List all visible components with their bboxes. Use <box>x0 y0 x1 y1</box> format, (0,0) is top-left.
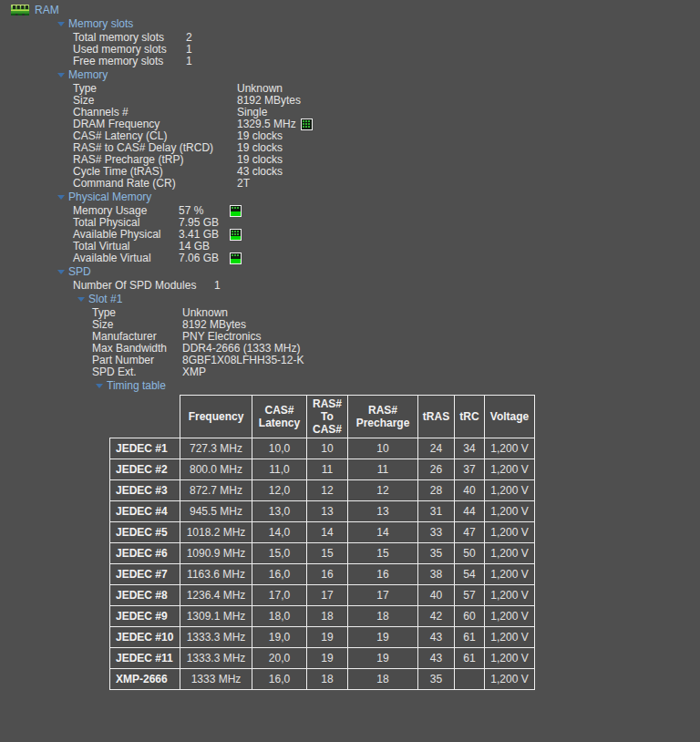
timing-cell: 1,200 V <box>485 438 535 459</box>
timing-row-label: JEDEC #6 <box>110 543 180 564</box>
timing-row: JEDEC #61090.9 MHz15,0151535501,200 V <box>110 543 535 564</box>
section-header-timing-table[interactable]: Timing table <box>0 380 700 392</box>
timing-cell: 47 <box>455 522 485 543</box>
timing-cell: 17,0 <box>252 585 307 606</box>
timing-cell: 16,0 <box>252 564 307 585</box>
timing-cell: 1,200 V <box>485 522 535 543</box>
collapse-arrow-icon[interactable] <box>77 297 85 302</box>
timing-row: JEDEC #4945.5 MHz13,0131331441,200 V <box>110 501 535 522</box>
timing-table: FrequencyCAS# LatencyRAS# To CAS#RAS# Pr… <box>109 395 535 690</box>
ram-icon <box>11 4 29 16</box>
section-label: Memory <box>68 69 108 81</box>
ram-root-node[interactable]: RAM <box>0 3 700 16</box>
timing-cell: 11,0 <box>252 459 307 480</box>
timing-cell: 28 <box>418 480 455 501</box>
timing-cell: 1,200 V <box>485 543 535 564</box>
timing-cell: 18,0 <box>252 606 307 627</box>
timing-row-label: JEDEC #9 <box>110 606 180 627</box>
timing-cell: 18 <box>348 669 418 690</box>
timing-row: JEDEC #101333.3 MHz19,0191943611,200 V <box>110 627 535 648</box>
timing-cell: 1163.6 MHz <box>180 564 252 585</box>
timing-col-header: RAS# To CAS# <box>307 396 348 438</box>
timing-cell: 26 <box>418 459 455 480</box>
timing-col-header: RAS# Precharge <box>348 396 418 438</box>
available-virtual-history-icon[interactable] <box>230 252 242 264</box>
section-label: Physical Memory <box>68 191 151 203</box>
dram-frequency-history-icon[interactable] <box>301 119 313 130</box>
timing-cell: 19 <box>307 648 348 669</box>
timing-cell: 1333 MHz <box>180 669 252 690</box>
collapse-arrow-icon[interactable] <box>96 384 103 388</box>
section-header-physical-memory[interactable]: Physical Memory <box>0 191 700 203</box>
timing-row: JEDEC #3872.7 MHz12,0121228401,200 V <box>110 480 535 501</box>
timing-cell: 12 <box>307 480 348 501</box>
row-value: 1 <box>186 56 192 67</box>
section-header-memory-slots[interactable]: Memory slots <box>0 18 700 30</box>
section-header-spd[interactable]: SPD <box>0 266 700 278</box>
timing-cell: 16 <box>348 564 418 585</box>
available-physical-history-icon[interactable] <box>230 229 242 241</box>
timing-row: JEDEC #51018.2 MHz14,0141433471,200 V <box>110 522 535 543</box>
timing-row: JEDEC #71163.6 MHz16,0161638541,200 V <box>110 564 535 585</box>
timing-cell: 33 <box>418 522 455 543</box>
timing-cell: 19 <box>307 627 348 648</box>
timing-cell: 54 <box>455 564 485 585</box>
memory-usage-history-icon[interactable] <box>230 205 242 217</box>
timing-cell: 12,0 <box>252 480 307 501</box>
timing-row-label: JEDEC #1 <box>110 438 180 459</box>
timing-cell: 11 <box>307 459 348 480</box>
section-label: SPD <box>68 266 91 278</box>
timing-cell: 17 <box>348 585 418 606</box>
timing-row: JEDEC #1727.3 MHz10,0101024341,200 V <box>110 438 535 459</box>
timing-cell: 61 <box>455 627 485 648</box>
section-header-memory[interactable]: Memory <box>0 69 700 81</box>
timing-cell: 14,0 <box>252 522 307 543</box>
timing-cell: 1,200 V <box>485 627 535 648</box>
timing-cell: 50 <box>455 543 485 564</box>
timing-cell: 24 <box>418 438 455 459</box>
timing-cell: 44 <box>455 501 485 522</box>
timing-col-header: tRAS <box>418 396 455 438</box>
timing-row-label: JEDEC #8 <box>110 585 180 606</box>
timing-cell: 1,200 V <box>485 564 535 585</box>
timing-row-label: XMP-2666 <box>110 669 180 690</box>
timing-cell: 18 <box>307 606 348 627</box>
collapse-arrow-icon[interactable] <box>57 195 65 200</box>
timing-cell: 15 <box>348 543 418 564</box>
timing-cell: 37 <box>455 459 485 480</box>
row-label: Number Of SPD Modules <box>73 280 196 292</box>
timing-cell: 57 <box>455 585 485 606</box>
section-header-slot-1[interactable]: Slot #1 <box>0 294 700 305</box>
timing-col-header: Voltage <box>485 396 535 438</box>
tree-row: Command Rate (CR)2T <box>0 178 700 190</box>
row-value: 1 <box>214 280 221 292</box>
timing-cell: 19 <box>348 648 418 669</box>
collapse-arrow-icon[interactable] <box>57 22 65 26</box>
timing-cell: 16 <box>307 564 348 585</box>
ram-info-panel: RAM Memory slotsTotal memory slots2Used … <box>0 0 700 690</box>
timing-col-header: Frequency <box>180 396 252 438</box>
timing-cell: 18 <box>348 606 418 627</box>
timing-cell: 35 <box>418 669 455 690</box>
timing-cell: 1,200 V <box>485 669 535 690</box>
timing-cell: 1333.3 MHz <box>180 648 252 669</box>
timing-cell: 38 <box>418 564 455 585</box>
tree-row: Available Virtual7.06 GB <box>0 252 700 264</box>
timing-cell: 1,200 V <box>485 459 535 480</box>
timing-cell: 60 <box>455 606 485 627</box>
section-label: Slot #1 <box>88 294 122 305</box>
timing-cell: 872.7 MHz <box>180 480 252 501</box>
row-label: SPD Ext. <box>92 366 137 378</box>
timing-cell: 43 <box>418 627 455 648</box>
timing-cell: 61 <box>455 648 485 669</box>
timing-cell: 1333.3 MHz <box>180 627 252 648</box>
timing-cell: 10 <box>348 438 418 459</box>
timing-cell: 34 <box>455 438 485 459</box>
timing-row-label: JEDEC #7 <box>110 564 180 585</box>
timing-cell: 800.0 MHz <box>180 459 252 480</box>
timing-cell: 43 <box>418 648 455 669</box>
collapse-arrow-icon[interactable] <box>57 270 65 274</box>
row-value: 7.06 GB <box>179 252 219 264</box>
collapse-arrow-icon[interactable] <box>57 73 65 77</box>
timing-cell: 40 <box>455 480 485 501</box>
